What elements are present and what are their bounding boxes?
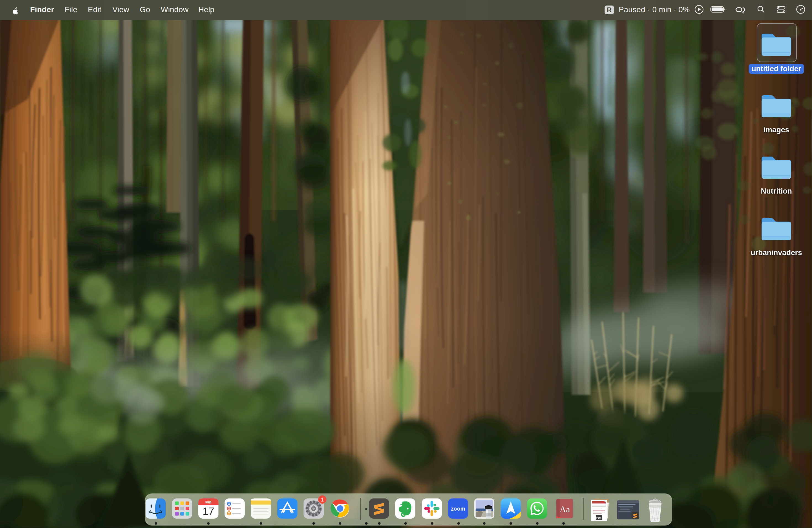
svg-text:zoom: zoom	[451, 505, 465, 512]
svg-text:Aa: Aa	[560, 504, 570, 514]
svg-text:17: 17	[202, 505, 214, 517]
svg-text:PDF: PDF	[596, 516, 601, 519]
svg-text:FEB: FEB	[205, 501, 212, 504]
